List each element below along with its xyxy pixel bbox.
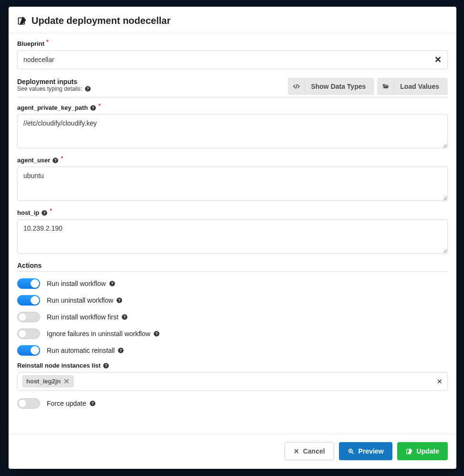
edit-icon	[17, 16, 27, 26]
reinstall-chip: host_leg2jn ✕	[22, 375, 74, 387]
force-update-label: Force update	[47, 400, 86, 407]
required-asterisk: *	[46, 39, 49, 45]
auto-reinstall-label: Run automatic reinstall	[47, 347, 115, 354]
agent-private-key-path-label: agent_private_key_path ? *	[17, 104, 448, 111]
help-icon[interactable]: ?	[89, 400, 96, 407]
deployment-inputs-section-header: Deployment inputs See values typing deta…	[17, 78, 448, 97]
svg-text:?: ?	[87, 87, 89, 91]
agent-user-input[interactable]	[17, 167, 448, 201]
svg-text:?: ?	[111, 282, 113, 286]
reinstall-list-multiselect[interactable]: host_leg2jn ✕ ✕	[17, 372, 448, 391]
force-update-toggle[interactable]	[17, 398, 40, 409]
blueprint-dropdown[interactable]: nodecellar ✕	[17, 50, 448, 69]
agent-private-key-path-input[interactable]	[17, 114, 448, 148]
required-asterisk: *	[61, 155, 63, 162]
svg-text:?: ?	[118, 298, 121, 303]
clear-multiselect-icon[interactable]: ✕	[437, 378, 443, 385]
required-asterisk: *	[50, 208, 52, 214]
help-icon[interactable]: ?	[153, 330, 160, 337]
deployment-inputs-title: Deployment inputs	[17, 78, 91, 85]
close-icon: ✕	[294, 447, 299, 455]
load-values-button[interactable]: Load Values	[377, 78, 448, 95]
help-icon[interactable]: ?	[121, 314, 128, 320]
ignore-failures-label: Ignore failures in uninstall workflow	[47, 330, 150, 338]
reinstall-list-label: Reinstall node instances list ?	[17, 362, 448, 369]
help-icon[interactable]: ?	[90, 105, 96, 111]
help-icon[interactable]: ?	[109, 280, 116, 287]
code-icon	[288, 78, 305, 95]
install-first-toggle[interactable]	[17, 312, 40, 322]
clear-blueprint-icon[interactable]: ✕	[434, 55, 442, 64]
svg-text:?: ?	[91, 402, 94, 406]
svg-text:?: ?	[92, 106, 95, 110]
deployment-inputs-subtitle: See values typing details: ?	[17, 85, 91, 92]
agent-user-label: agent_user ? *	[17, 157, 448, 164]
auto-reinstall-toggle[interactable]	[17, 345, 40, 356]
show-data-types-button[interactable]: Show Data Types	[288, 78, 374, 95]
svg-text:?: ?	[43, 211, 46, 215]
svg-text:?: ?	[105, 363, 107, 368]
help-icon[interactable]: ?	[103, 362, 109, 369]
required-asterisk: *	[98, 103, 101, 109]
preview-button[interactable]: Preview	[339, 442, 392, 460]
modal-header: Update deployment nodecellar	[9, 7, 456, 33]
help-icon[interactable]: ?	[117, 347, 124, 354]
edit-icon	[406, 448, 413, 455]
run-install-label: Run install workflow	[47, 280, 106, 287]
ignore-failures-toggle[interactable]	[17, 328, 40, 339]
install-first-label: Run install workflow first	[47, 313, 118, 321]
folder-open-icon	[377, 78, 394, 95]
help-icon[interactable]: ?	[84, 85, 91, 92]
update-deployment-modal: Update deployment nodecellar Blueprint *…	[9, 7, 456, 469]
host-ip-label: host_ip ? *	[17, 209, 448, 216]
modal-footer: ✕ Cancel Preview Update	[9, 434, 456, 469]
blueprint-value: nodecellar	[23, 56, 54, 63]
update-button[interactable]: Update	[397, 442, 448, 460]
help-icon[interactable]: ?	[41, 210, 48, 216]
help-icon[interactable]: ?	[52, 157, 59, 164]
help-icon[interactable]: ?	[116, 297, 123, 304]
remove-chip-icon[interactable]: ✕	[63, 378, 70, 385]
cancel-button[interactable]: ✕ Cancel	[285, 442, 334, 460]
svg-line-24	[352, 452, 353, 454]
actions-header: Actions	[17, 262, 448, 272]
svg-text:?: ?	[54, 158, 57, 162]
zoom-icon	[348, 448, 355, 455]
svg-text:?: ?	[120, 349, 122, 353]
host-ip-input[interactable]	[17, 219, 448, 254]
run-install-toggle[interactable]	[17, 278, 40, 289]
blueprint-label: Blueprint *	[17, 40, 448, 47]
modal-body: Blueprint * nodecellar ✕ Deployment inpu…	[9, 33, 456, 409]
run-uninstall-label: Run uninstall workflow	[47, 296, 113, 304]
modal-title: Update deployment nodecellar	[32, 15, 170, 26]
svg-text:?: ?	[124, 315, 126, 319]
svg-text:?: ?	[156, 332, 158, 336]
run-uninstall-toggle[interactable]	[17, 295, 40, 306]
